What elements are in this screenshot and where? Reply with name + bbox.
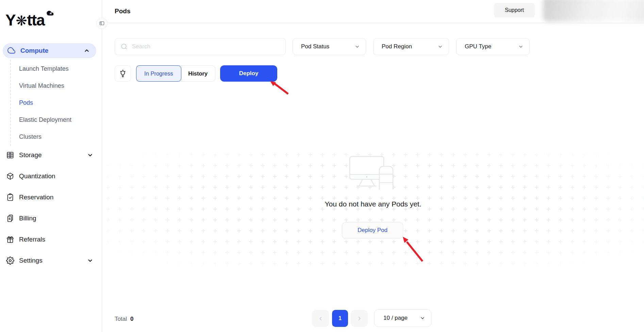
sidebar-item-label: Referrals xyxy=(19,236,45,243)
account-info-redacted[interactable] xyxy=(543,0,644,22)
main-area: Pods Support Pod Status Pod Region GPU T… xyxy=(102,0,644,332)
app-root: Y❋tta AI Compute Launch Templates Virtua… xyxy=(0,0,644,332)
chevron-left-icon xyxy=(318,316,323,321)
sidebar-item-reservation[interactable]: Reservation xyxy=(0,190,102,205)
sidebar-item-label: Billing xyxy=(19,215,36,222)
gpu-type-select[interactable]: GPU Type xyxy=(456,38,530,55)
deploy-button[interactable]: Deploy xyxy=(220,65,277,82)
chevron-down-icon xyxy=(420,316,425,320)
sidebar: Y❋tta AI Compute Launch Templates Virtua… xyxy=(0,0,102,332)
storage-icon xyxy=(6,151,14,159)
sidebar-collapse-button[interactable] xyxy=(96,18,108,29)
sidebar-item-quantization[interactable]: Quantization xyxy=(0,169,102,184)
svg-text:$: $ xyxy=(9,217,11,220)
billing-icon: $ xyxy=(6,214,14,222)
page-title: Pods xyxy=(115,0,130,22)
select-label: Pod Status xyxy=(301,43,329,50)
sidebar-item-clusters[interactable]: Clusters xyxy=(11,128,102,145)
compute-submenu: Launch Templates Virtual Machines Pods E… xyxy=(10,60,102,146)
support-button[interactable]: Support xyxy=(494,3,535,17)
pagination-next-button[interactable] xyxy=(351,310,368,327)
sidebar-item-elastic-deployment[interactable]: Elastic Deployment xyxy=(11,111,102,128)
panel-toggle-icon xyxy=(99,20,105,26)
pod-region-select[interactable]: Pod Region xyxy=(373,38,449,55)
sidebar-item-referrals[interactable]: Referrals xyxy=(0,232,102,247)
sub-item-label: Launch Templates xyxy=(19,65,69,72)
total-value: 0 xyxy=(130,316,133,322)
sidebar-item-virtual-machines[interactable]: Virtual Machines xyxy=(11,77,102,94)
sidebar-item-settings[interactable]: Settings xyxy=(0,253,102,268)
sub-item-label: Virtual Machines xyxy=(19,82,64,89)
page-header: Pods Support xyxy=(102,0,644,23)
sidebar-item-pods[interactable]: Pods xyxy=(11,94,102,111)
sidebar-item-label: Quantization xyxy=(19,172,55,180)
sidebar-item-launch-templates[interactable]: Launch Templates xyxy=(11,60,102,77)
chevron-down-icon xyxy=(355,44,360,49)
chevron-right-icon xyxy=(357,316,362,321)
gear-icon xyxy=(6,256,14,265)
sub-item-label: Elastic Deployment xyxy=(19,116,71,123)
pod-status-select[interactable]: Pod Status xyxy=(293,38,366,55)
chevron-down-icon xyxy=(518,44,523,49)
empty-pods-illustration xyxy=(347,154,398,189)
pods-tab-group: In Progress History xyxy=(136,65,215,82)
search-icon xyxy=(120,43,128,50)
chevron-down-icon xyxy=(438,44,443,49)
brand-text-suffix: tta xyxy=(27,12,45,28)
total-label: Total xyxy=(115,316,127,322)
total-count: Total 0 xyxy=(115,316,133,322)
deploy-pod-button[interactable]: Deploy Pod xyxy=(342,222,403,238)
quantization-icon xyxy=(6,172,14,180)
tab-in-progress[interactable]: In Progress xyxy=(136,65,181,82)
sidebar-item-compute[interactable]: Compute xyxy=(3,43,96,58)
page-size-select[interactable]: 10 / page xyxy=(374,309,431,327)
search-box xyxy=(115,38,286,55)
select-label: GPU Type xyxy=(465,43,491,50)
chevron-up-icon xyxy=(84,48,89,53)
select-label: Pod Region xyxy=(382,43,412,50)
pagination-prev-button[interactable] xyxy=(312,310,329,327)
sub-item-label: Clusters xyxy=(19,133,42,140)
gift-icon xyxy=(6,235,14,244)
cloud-badge-icon: AI xyxy=(45,10,54,17)
sub-item-label: Pods xyxy=(19,99,33,106)
tab-history[interactable]: History xyxy=(181,66,215,81)
sidebar-item-label: Compute xyxy=(20,47,48,54)
reservation-icon xyxy=(6,193,14,201)
sidebar-item-label: Storage xyxy=(19,151,42,159)
cloud-icon xyxy=(7,47,16,55)
sidebar-item-storage[interactable]: Storage xyxy=(0,148,102,163)
search-input[interactable] xyxy=(132,43,280,50)
chevron-down-icon xyxy=(87,258,93,263)
sidebar-item-label: Settings xyxy=(19,257,43,264)
brand-text-prefix: Y xyxy=(5,12,15,28)
sidebar-item-label: Reservation xyxy=(19,194,53,201)
pagination-page-1[interactable]: 1 xyxy=(332,310,348,327)
sidebar-nav: Compute Launch Templates Virtual Machine… xyxy=(0,43,102,268)
sidebar-item-billing[interactable]: $ Billing xyxy=(0,211,102,226)
pinwheel-icon: ❋ xyxy=(16,14,27,28)
tips-button[interactable] xyxy=(115,65,131,82)
empty-state-message: You do not have any Pods yet. xyxy=(102,200,644,208)
ai-cloud-badge: AI xyxy=(45,3,54,19)
lightbulb-icon xyxy=(119,69,127,78)
chevron-down-icon xyxy=(87,152,93,158)
page-size-label: 10 / page xyxy=(383,315,408,321)
brand-logo: Y❋tta AI xyxy=(5,6,54,28)
